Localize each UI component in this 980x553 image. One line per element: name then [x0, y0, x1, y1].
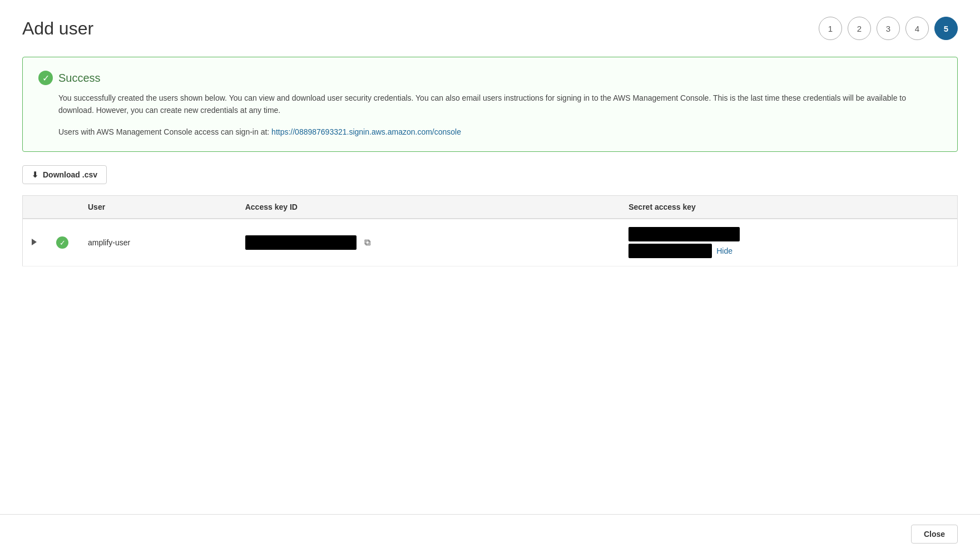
copy-access-key-icon[interactable]: ⧉ [361, 236, 374, 249]
secret-key-partial-row: Hide [628, 244, 948, 258]
page-footer: Close [0, 514, 980, 553]
secret-key-partial-block [628, 244, 712, 258]
col-expand [23, 196, 46, 219]
step-4: 4 [905, 17, 929, 40]
row-access-key-cell: ⧉ [236, 219, 620, 266]
row-user-cell: amplify-user [79, 219, 236, 266]
col-access-key-id: Access key ID [236, 196, 620, 219]
step-1: 1 [819, 17, 842, 40]
close-button[interactable]: Close [911, 525, 958, 544]
secret-key-container: Hide [628, 227, 948, 258]
secret-key-full-row [628, 227, 948, 241]
success-body: You successfully created the users shown… [58, 92, 942, 138]
secret-key-redacted-block [628, 227, 740, 241]
users-table: User Access key ID Secret access key ✓ [22, 195, 958, 266]
download-icon: ⬇ [32, 170, 38, 179]
step-3: 3 [877, 17, 900, 40]
step-5-active: 5 [934, 17, 958, 40]
table-header-row: User Access key ID Secret access key [23, 196, 958, 219]
row-secret-key-cell: Hide [620, 219, 957, 266]
hide-secret-key-link[interactable]: Hide [716, 246, 732, 255]
col-secret-access-key: Secret access key [620, 196, 957, 219]
success-check-icon: ✓ [38, 71, 53, 85]
success-header: ✓ Success [38, 71, 942, 85]
row-success-icon: ✓ [56, 236, 68, 249]
success-banner: ✓ Success You successfully created the u… [22, 57, 958, 152]
step-2: 2 [848, 17, 871, 40]
page-title: Add user [22, 18, 93, 39]
success-body-line2: Users with AWS Management Console access… [58, 126, 942, 138]
col-user: User [79, 196, 236, 219]
success-title: Success [58, 72, 101, 85]
expand-chevron-icon[interactable] [32, 239, 37, 245]
step-indicator: 1 2 3 4 5 [819, 17, 958, 40]
access-key-container: ⧉ [245, 235, 611, 250]
table-row: ✓ amplify-user ⧉ [23, 219, 958, 266]
page-header: Add user 1 2 3 4 5 [22, 17, 958, 40]
col-status [46, 196, 79, 219]
success-body-line1: You successfully created the users shown… [58, 92, 942, 117]
download-csv-button[interactable]: ⬇ Download .csv [22, 165, 107, 184]
row-expand-cell[interactable] [23, 219, 46, 266]
row-status-cell: ✓ [46, 219, 79, 266]
access-key-redacted-block [245, 235, 357, 250]
console-url-link[interactable]: https://088987693321.signin.aws.amazon.c… [271, 127, 461, 136]
